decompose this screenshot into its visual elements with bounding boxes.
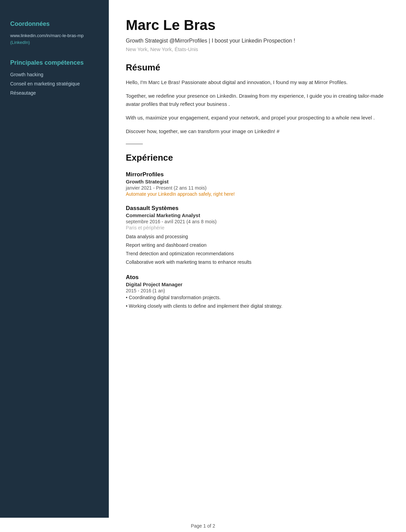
- coordonnees-title: Coordonnées: [10, 20, 99, 28]
- page-number: Page 1 of 2: [191, 523, 215, 529]
- dates-3: 2015 - 2016 (1 an): [126, 288, 389, 293]
- dates-2: septembre 2016 - avril 2021 (4 ans 8 moi…: [126, 219, 389, 224]
- skill-2: Conseil en marketing stratégique: [10, 80, 99, 87]
- resume-para-4: Discover how, together, we can transform…: [126, 127, 389, 135]
- skill-1: Growth hacking: [10, 71, 99, 78]
- highlight-1: Automate your LinkedIn approach safely, …: [126, 191, 389, 197]
- resume-para-1: Hello, I'm Marc Le Bras! Passionate abou…: [126, 78, 389, 86]
- page-footer: Page 1 of 2: [0, 518, 406, 532]
- bullet-2-3: Trend detection and optimization recomme…: [126, 250, 389, 257]
- resume-para-2: Together, we redefine your presence on L…: [126, 92, 389, 108]
- main-content: Marc Le Bras Growth Strategist @MirrorPr…: [109, 0, 406, 518]
- bullet-2-4: Collaborative work with marketing teams …: [126, 259, 389, 266]
- resume-section-title: Résumé: [126, 62, 389, 73]
- linkedin-link[interactable]: (LinkedIn): [10, 40, 30, 45]
- role-3: Digital Project Manager: [126, 281, 389, 287]
- bullet-2-2: Report writing and dashboard creation: [126, 242, 389, 249]
- bullet-3-1: • Coordinating digital transformation pr…: [126, 294, 389, 301]
- role-2: Commercial Marketing Analyst: [126, 212, 389, 218]
- bullet-3-2: • Working closely with clients to define…: [126, 303, 389, 310]
- bullet-2-1: Data analysis and processing: [126, 233, 389, 240]
- role-1: Growth Strategist: [126, 179, 389, 184]
- dates-1: janvier 2021 - Present (2 ans 11 mois): [126, 185, 389, 191]
- competences-title: Principales compétences: [10, 59, 99, 66]
- section-divider: [126, 144, 143, 144]
- experience-section-title: Expérience: [126, 152, 389, 163]
- linkedin-url[interactable]: www.linkedin.com/in/marc-le-bras-mp (Lin…: [10, 32, 99, 46]
- sidebar: Coordonnées www.linkedin.com/in/marc-le-…: [0, 0, 109, 518]
- profile-name: Marc Le Bras: [126, 17, 389, 33]
- company-3: Atos: [126, 274, 389, 281]
- company-1: MirrorProfiles: [126, 171, 389, 178]
- profile-location: New York, New York, États-Unis: [126, 46, 389, 52]
- competences-section: Principales compétences Growth hacking C…: [10, 59, 99, 97]
- location-2: Paris et périphérie: [126, 225, 389, 230]
- resume-para-3: With us, maximize your engagement, expan…: [126, 114, 389, 122]
- skill-3: Réseautage: [10, 90, 99, 97]
- profile-title: Growth Strategist @MirrorProfiles | I bo…: [126, 37, 389, 45]
- company-2: Dassault Systèmes: [126, 205, 389, 212]
